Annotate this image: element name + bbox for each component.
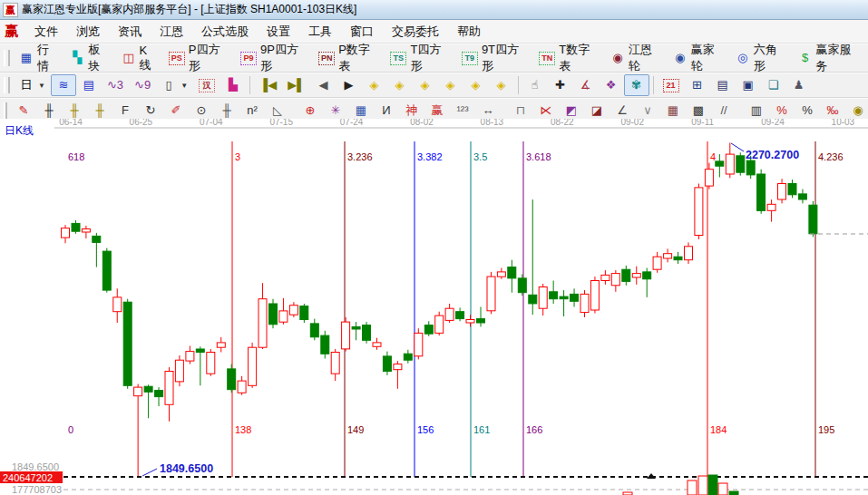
candlestick-layer[interactable] bbox=[62, 143, 817, 478]
sectors-button: ▚ bbox=[70, 51, 84, 65]
service-button[interactable]: $赢家服务 bbox=[793, 47, 866, 69]
skip-first-icon: ▐◀ bbox=[259, 78, 277, 92]
t-number-button[interactable]: TNT数字表 bbox=[533, 47, 605, 69]
wave-9-icon: ∿9 bbox=[134, 78, 151, 92]
p-square-button[interactable]: PSP四方形 bbox=[163, 47, 235, 69]
p-number-button[interactable]: PNP数字表 bbox=[313, 47, 385, 69]
gann-bottom-label: 161 bbox=[473, 424, 490, 435]
hexagon-button[interactable]: ◎六角形 bbox=[730, 47, 793, 69]
skip-last-icon[interactable]: ▶▌ bbox=[282, 74, 310, 96]
percent-icon: % bbox=[800, 103, 814, 118]
vee-line-icon: ∨ bbox=[640, 103, 655, 118]
nine-p-square-button[interactable]: P99P四方形 bbox=[235, 47, 313, 69]
candle-style-icon-caret-icon[interactable]: ▼ bbox=[180, 82, 188, 90]
p-square-button: PS bbox=[169, 52, 185, 65]
diamond-hwidth-icon[interactable]: ◈ bbox=[413, 74, 438, 96]
calendar-icon[interactable]: 21 bbox=[658, 74, 685, 96]
fan-star-icon: ✳ bbox=[328, 103, 343, 118]
prev-icon[interactable]: ◀ bbox=[311, 74, 336, 96]
menu-item-帮助[interactable]: 帮助 bbox=[448, 23, 490, 40]
menu-item-交易委托[interactable]: 交易委托 bbox=[383, 23, 448, 40]
title-bar[interactable]: 赢 赢家江恩专业版[赢家内部服务平台] - [上证指数 SH1A0001-103… bbox=[0, 0, 868, 20]
diamond-expand-icon[interactable]: ◈ bbox=[463, 74, 489, 96]
remote-user-icon[interactable]: ♟ bbox=[786, 74, 812, 96]
calendar-icon: 21 bbox=[663, 79, 679, 92]
gann-circle-icon: ⊙ bbox=[194, 103, 209, 118]
spiral-icon: ↻ bbox=[143, 103, 158, 118]
profile-histogram-icon[interactable]: ▙ bbox=[220, 74, 246, 96]
hand-icon[interactable]: ☝ bbox=[522, 74, 548, 96]
hand-icon: ☝ bbox=[528, 78, 542, 92]
high-callout[interactable]: 2270.2700 bbox=[746, 149, 799, 161]
network-icon[interactable]: ❏ bbox=[761, 74, 786, 96]
volume-bar bbox=[718, 483, 727, 495]
wave-9-icon[interactable]: ∿9 bbox=[129, 74, 156, 96]
volume-bar bbox=[729, 491, 738, 495]
diamond-compress-icon: ◈ bbox=[444, 78, 458, 92]
next-icon[interactable]: ▶ bbox=[336, 74, 362, 96]
wave-mark-icon: И bbox=[379, 103, 394, 118]
toolbar-separator bbox=[518, 76, 519, 94]
network-icon: ❏ bbox=[766, 78, 781, 92]
candle-style-icon[interactable]: ▯▼ bbox=[156, 74, 193, 96]
target-icon: ⊕ bbox=[303, 103, 317, 118]
period-selector-caret-icon[interactable]: ▼ bbox=[38, 82, 45, 90]
kline-button[interactable]: ◫K线 bbox=[116, 47, 163, 69]
price-histogram-icon: ▥ bbox=[749, 103, 764, 118]
gann-bottom-label: 0 bbox=[68, 424, 73, 435]
angle-flag-icon: ◺ bbox=[270, 103, 285, 118]
volume-bar bbox=[708, 475, 717, 495]
prev-icon: ◀ bbox=[317, 78, 331, 92]
menu-item-江恩[interactable]: 江恩 bbox=[151, 23, 192, 40]
diamond-expand-all-icon[interactable]: ◈ bbox=[489, 74, 514, 96]
trend-scribble-icon[interactable]: ≋ bbox=[51, 74, 76, 96]
window-title: 赢家江恩专业版[赢家内部服务平台] - [上证指数 SH1A0001-103日K… bbox=[22, 2, 356, 17]
menu-item-设置[interactable]: 设置 bbox=[258, 23, 299, 40]
menu-item-浏览[interactable]: 浏览 bbox=[67, 23, 109, 40]
box-fan-icon: ◩ bbox=[564, 103, 579, 118]
save-icon[interactable]: ▣ bbox=[736, 74, 761, 96]
sectors-button[interactable]: ▚板块 bbox=[64, 47, 115, 69]
wave-3-icon[interactable]: ∿3 bbox=[102, 74, 129, 96]
period-selector[interactable]: 日▼ bbox=[14, 74, 51, 96]
profile-histogram-icon: ▙ bbox=[226, 78, 240, 92]
low-callout[interactable]: 1849.6500 bbox=[160, 462, 213, 475]
toolbar-grip[interactable] bbox=[4, 102, 7, 119]
hexagon-button: ◎ bbox=[736, 51, 750, 65]
low-callout-line bbox=[142, 469, 157, 476]
menu-item-工具[interactable]: 工具 bbox=[299, 23, 341, 40]
notes-icon[interactable]: ▤ bbox=[710, 74, 736, 96]
toolbar-grip[interactable] bbox=[4, 77, 10, 93]
diamond-left-icon[interactable]: ◈ bbox=[362, 74, 387, 96]
menu-bar: 赢 文件浏览资讯江恩公式选股设置工具窗口交易委托帮助 bbox=[0, 20, 868, 44]
winner-wheel-button[interactable]: ◉赢家轮 bbox=[668, 47, 730, 69]
tick-grid-icon: ╫ bbox=[219, 103, 234, 118]
menu-item-公式选股[interactable]: 公式选股 bbox=[192, 23, 258, 40]
brain-icon: ✾ bbox=[629, 78, 644, 92]
angle-tool-icon[interactable]: ∡ bbox=[573, 74, 599, 96]
kline-chart-canvas[interactable]: 06-1406-2507-0407-1507-2408-0208-1308-22… bbox=[0, 119, 868, 495]
gann-top-label: 3.5 bbox=[473, 151, 487, 162]
calculator-icon[interactable]: ⊞ bbox=[685, 74, 710, 96]
nine-t-square-button[interactable]: T99T四方形 bbox=[456, 47, 533, 69]
menu-item-窗口[interactable]: 窗口 bbox=[341, 23, 383, 40]
gann-wheel-button[interactable]: ◉江恩轮 bbox=[605, 47, 668, 69]
menu-item-文件[interactable]: 文件 bbox=[25, 23, 67, 40]
info-list-icon[interactable]: ▤ bbox=[76, 74, 102, 96]
skip-first-icon[interactable]: ▐◀ bbox=[254, 74, 282, 96]
menu-item-资讯[interactable]: 资讯 bbox=[109, 23, 151, 40]
toolbar-grip[interactable] bbox=[4, 50, 10, 66]
net-tool-icon[interactable]: ❖ bbox=[599, 74, 624, 96]
diamond-expand-all-icon: ◈ bbox=[494, 78, 509, 92]
diamond-right-icon[interactable]: ◈ bbox=[387, 74, 413, 96]
crosshair-icon[interactable]: ✚ bbox=[548, 74, 573, 96]
candle-style-icon: ▯ bbox=[161, 78, 176, 92]
chip-icon[interactable]: 汉 bbox=[193, 74, 220, 96]
diamond-compress-icon[interactable]: ◈ bbox=[438, 74, 463, 96]
t-square-button[interactable]: TST四方形 bbox=[385, 47, 456, 69]
date-tick: 10-03 bbox=[832, 119, 855, 127]
gann-top-label: 4.236 bbox=[818, 151, 844, 162]
brain-icon[interactable]: ✾ bbox=[624, 74, 649, 96]
quotes-button[interactable]: ▦行情 bbox=[14, 47, 64, 69]
nine-p-square-button: P9 bbox=[240, 52, 257, 65]
